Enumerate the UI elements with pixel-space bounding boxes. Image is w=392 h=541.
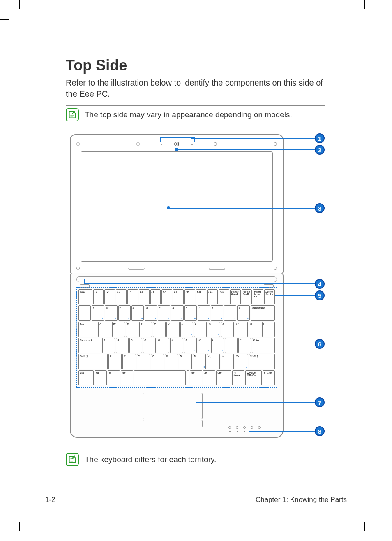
key: F6 [150,289,161,304]
key: F1 [93,289,104,304]
key: O6 [208,322,220,337]
key: F11 [207,289,218,304]
callout-1: 1 [315,133,325,143]
key: W [112,322,125,337]
key: K2 [198,338,210,353]
key: Caps Lock [78,338,101,353]
key: I5 [194,322,207,337]
key: Fn [95,370,107,385]
key: Z [108,354,122,369]
note-bottom-text: The keyboard differs for each territory. [85,455,216,464]
key: $4 [131,305,144,320]
key: F7 [161,289,172,304]
key: C [137,354,150,369]
key: ? /+ [235,354,248,369]
key: Ctrl [216,370,231,385]
key: F3 [116,289,127,304]
key: !1 [92,305,104,320]
laptop-diagram: ESCF1F2F3F4F5F6F7F8F9F10F11F12Pause Brea… [66,130,325,443]
key: | \ [262,322,275,337]
key: += [237,305,249,320]
callout-4: 4 [315,279,325,289]
key: D [129,338,142,353]
key: Shift ⇧ [249,354,275,369]
key: ^6 [158,305,170,320]
touchpad-buttons [143,420,203,427]
key: B [165,354,178,369]
callout-3: 3 [315,203,325,213]
key: Tab [78,322,97,337]
key: L3 [211,338,224,353]
key: Insert Num Lk [253,289,263,304]
note-bottom: The keyboard differs for each territory. [66,450,325,469]
key: Backspace [251,305,275,320]
key: Shift ⇧ [78,354,108,369]
laptop-lid [70,134,284,274]
key: )0 [211,305,223,320]
callout-5: 5 [315,290,325,300]
key: ⊞ [108,370,120,385]
key: ▤ [203,370,215,385]
key: ◄ Home [232,370,244,385]
key: Alt [121,370,133,385]
key [187,370,189,385]
key: J1 [184,338,197,353]
callout-6: 6 [315,339,325,349]
note-icon [66,108,79,121]
key: X [122,354,136,369]
note-top: The top side may vary in appearance depe… [66,105,325,124]
key: ~` [78,305,91,320]
key: &7 [171,305,183,320]
key: F4 [127,289,138,304]
key: #3 [118,305,131,320]
key: " ' [238,338,251,353]
key: ESC [78,289,92,304]
mic-hole [191,144,193,145]
key: S [116,338,129,353]
key: Enter [252,338,275,353]
key: Prt Sc SysRq [242,289,252,304]
mic-hole [161,144,162,145]
key: T [153,322,166,337]
key: Alt [190,370,202,385]
keyboard-outline: ESCF1F2F3F4F5F6F7F8F9F10F11F12Pause Brea… [76,287,277,388]
page-number: 1-2 [45,496,55,504]
key [134,370,186,385]
touchpad-outline [140,390,205,430]
status-leds [228,426,261,429]
note-top-text: The top side may vary in appearance depe… [85,110,292,119]
key: Delete Scr Lk [264,289,275,304]
key: Q [98,322,111,337]
key: F10 [196,289,207,304]
key: F2 [104,289,115,304]
callout-8: 8 [315,426,325,436]
key: @2 [105,305,117,320]
key: F [143,338,156,353]
key: > . [221,354,234,369]
key: Y [166,322,179,337]
key: A [102,338,115,353]
touchpad [143,393,203,419]
key: (9 [198,305,210,320]
key: ▲PgUp ▼PgDn [245,370,262,385]
key: R [139,322,152,337]
key: Ctrl [78,370,94,385]
key: E [126,322,138,337]
key: < , [207,354,220,369]
key: _- [224,305,236,320]
key: V [151,354,164,369]
key: N [179,354,192,369]
key: H [170,338,183,353]
key: : ;- [225,338,238,353]
key: ► End [263,370,275,385]
laptop-base: ESCF1F2F3F4F5F6F7F8F9F10F11F12Pause Brea… [70,273,284,438]
key: F9 [184,289,195,304]
note-icon [66,453,79,466]
key: F5 [139,289,150,304]
key: *8 [184,305,197,320]
key: { [ [235,322,247,337]
key: P* [221,322,234,337]
callout-2: 2 [315,145,325,155]
key: } ] [249,322,261,337]
page-title: Top Side [66,57,325,74]
